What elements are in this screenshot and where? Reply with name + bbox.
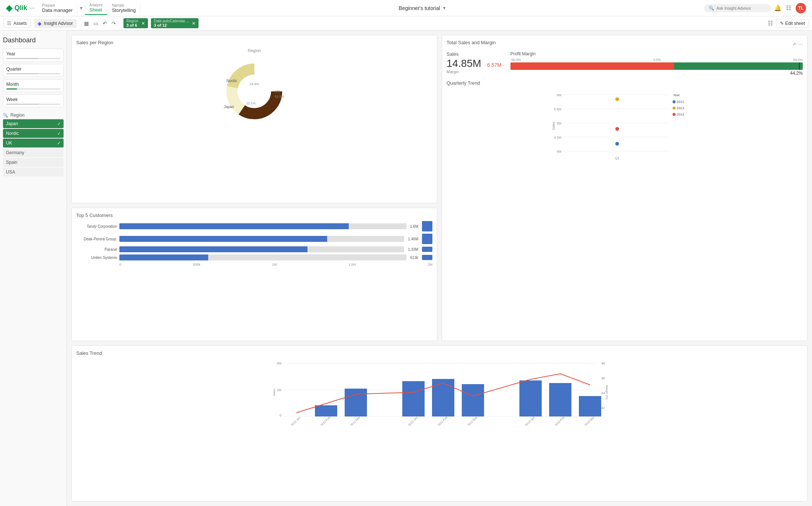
- x-label-2: 1M: [272, 263, 277, 266]
- nav-prepare[interactable]: Prepare Data manager: [38, 2, 77, 14]
- svg-text:Sales: Sales: [552, 121, 555, 130]
- filter-year[interactable]: Year: [3, 49, 64, 62]
- filter-chip-region-close[interactable]: ✕: [141, 21, 145, 26]
- profit-margin-section: Profit Margin -50.0% 0.0% 50.0%: [510, 51, 803, 76]
- profit-bar-green: [674, 62, 803, 70]
- nav-search[interactable]: 🔍: [704, 4, 771, 12]
- uk-label: UK: [275, 90, 280, 94]
- sales-main-value: 14.85M · 6.57M ·: [447, 58, 505, 69]
- svg-text:0: 0: [280, 413, 281, 417]
- insight-icon: ◆: [38, 20, 42, 26]
- bar-2013jan: [402, 381, 425, 416]
- region-header: 🔍 Region: [3, 110, 64, 119]
- region-item-japan[interactable]: Japan ✓: [3, 119, 64, 128]
- filter-chip-date-close[interactable]: ✕: [192, 21, 196, 26]
- top-nav: ◆ Qlik ⋯ Prepare Data manager ▼ Analyze …: [0, 0, 812, 16]
- nav-title-dropdown-icon[interactable]: ▼: [442, 6, 446, 10]
- quarterly-trend-section: Quarterly Trend 6M 5.5M 5M 4.5M 4M: [447, 80, 803, 336]
- svg-text:48: 48: [601, 361, 605, 365]
- apps-grid-icon[interactable]: ☷: [786, 4, 791, 12]
- region-item-uk[interactable]: UK ✓: [3, 139, 64, 147]
- bar-fill: [119, 236, 327, 242]
- edit-sheet-button[interactable]: ✎ Edit sheet: [776, 19, 809, 28]
- panel-header-icons: ⇗ ⋯: [792, 42, 803, 47]
- profit-bar-marker: [799, 62, 800, 70]
- expand-icon[interactable]: ⇗: [792, 42, 796, 47]
- region-item-usa[interactable]: USA: [3, 168, 64, 176]
- filter-chip-region[interactable]: Region 3 of 6 ✕: [123, 18, 148, 28]
- svg-point-17: [673, 113, 676, 116]
- region-list: Japan ✓ Nordic ✓ UK ✓ Germany Spain USA: [3, 119, 64, 176]
- nav-narrate[interactable]: Narrate Storytelling: [107, 2, 141, 14]
- select-tool-icon[interactable]: ▦: [83, 19, 90, 28]
- total-sales-header: Total Sales and Margin ⇗ ⋯: [447, 40, 803, 48]
- bar-row-unitec: Unitec Systems 613k: [76, 254, 432, 260]
- profit-title: Profit Margin: [510, 51, 803, 56]
- svg-point-15: [673, 107, 676, 110]
- filter-week[interactable]: Week: [3, 94, 64, 107]
- x-label-1: 500k: [193, 263, 200, 266]
- bar-track: [119, 236, 404, 242]
- nav-analyze[interactable]: Analyze Sheet: [85, 1, 107, 15]
- search-input[interactable]: [716, 6, 765, 10]
- bar-row-tandy: Tandy Corporation 1.6M: [76, 221, 432, 231]
- nav-logo-text: Qlik: [14, 4, 27, 12]
- svg-text:2M: 2M: [277, 388, 281, 392]
- qlik-logo-icon: ◆: [6, 3, 12, 13]
- region-name: USA: [6, 169, 15, 175]
- total-sales-section: Total Sales and Margin ⇗ ⋯ Sales 14.85M …: [447, 40, 803, 76]
- quarterly-trend-content: 6M 5.5M 5M 4.5M 4M Q1: [447, 89, 803, 171]
- filter-chip-date[interactable]: Date.autoCalendar.... 3 of 12 ✕: [151, 18, 199, 28]
- notification-icon[interactable]: 🔔: [774, 4, 782, 12]
- bar-track: [119, 254, 406, 260]
- bar-mini: [422, 255, 432, 260]
- bar-mini: [422, 221, 432, 231]
- redo-icon[interactable]: ↷: [110, 19, 117, 28]
- svg-text:Year: Year: [673, 93, 680, 97]
- grid-view-icon[interactable]: ☷: [768, 20, 773, 27]
- sales-per-region-panel: Sales per Region Region UK 59.5%: [71, 35, 437, 203]
- bar-2014mar: [579, 396, 601, 416]
- total-sales-panel: Total Sales and Margin ⇗ ⋯ Sales 14.85M …: [442, 35, 808, 341]
- bar-label: Paracel: [76, 247, 117, 252]
- nav-icons: 🔔 ☷ TL: [771, 3, 809, 13]
- svg-text:2013-Feb: 2013-Feb: [437, 416, 448, 426]
- svg-text:2014: 2014: [677, 113, 684, 116]
- svg-text:4.5M: 4.5M: [554, 136, 561, 139]
- nav-prepare-dropdown[interactable]: ▼: [77, 6, 85, 11]
- region-item-germany[interactable]: Germany: [3, 148, 64, 157]
- svg-text:5.5M: 5.5M: [554, 107, 561, 111]
- assets-button[interactable]: ☷ Assets: [3, 19, 31, 28]
- bar-2014feb: [549, 383, 571, 416]
- assets-icon: ☷: [7, 21, 11, 26]
- svg-text:2012: 2012: [677, 100, 684, 104]
- point-2014: [615, 127, 619, 131]
- region-label: Region: [10, 113, 25, 118]
- region-item-spain[interactable]: Spain: [3, 158, 64, 167]
- filter-month[interactable]: Month: [3, 79, 64, 92]
- nav-menu-dots[interactable]: ⋯: [29, 5, 35, 11]
- user-avatar[interactable]: TL: [796, 3, 806, 13]
- region-name: Germany: [6, 150, 24, 155]
- more-options-icon[interactable]: ⋯: [798, 42, 803, 47]
- svg-text:2013-Jan: 2013-Jan: [407, 416, 418, 426]
- bar-fill: [119, 246, 307, 252]
- region-item-nordic[interactable]: Nordic ✓: [3, 129, 64, 138]
- insight-label: Insight Advisor: [44, 21, 73, 26]
- svg-text:2012-Feb: 2012-Feb: [320, 416, 331, 426]
- search-icon: 🔍: [709, 6, 714, 11]
- insight-advisor-button[interactable]: ◆ Insight Advisor: [34, 19, 77, 28]
- profit-bar: [510, 62, 803, 70]
- checkmark-icon: ✓: [57, 131, 61, 136]
- bar-chart: Tandy Corporation 1.6M Deak-Perera Group…: [76, 221, 432, 266]
- undo-icon[interactable]: ↶: [101, 19, 109, 28]
- nav-logo[interactable]: ◆ Qlik ⋯: [3, 3, 38, 13]
- region-name: Japan: [6, 121, 18, 126]
- profit-bar-red: [510, 62, 674, 70]
- region-name: Nordic: [6, 131, 19, 136]
- filter-quarter[interactable]: Quarter: [3, 64, 64, 77]
- lasso-tool-icon[interactable]: ▭: [92, 19, 100, 28]
- point-2012: [615, 142, 619, 146]
- left-panel: Dashboard Year Quarter Month Week 🔍 Regi…: [0, 30, 67, 506]
- japan-pct: 22.1%: [246, 101, 256, 105]
